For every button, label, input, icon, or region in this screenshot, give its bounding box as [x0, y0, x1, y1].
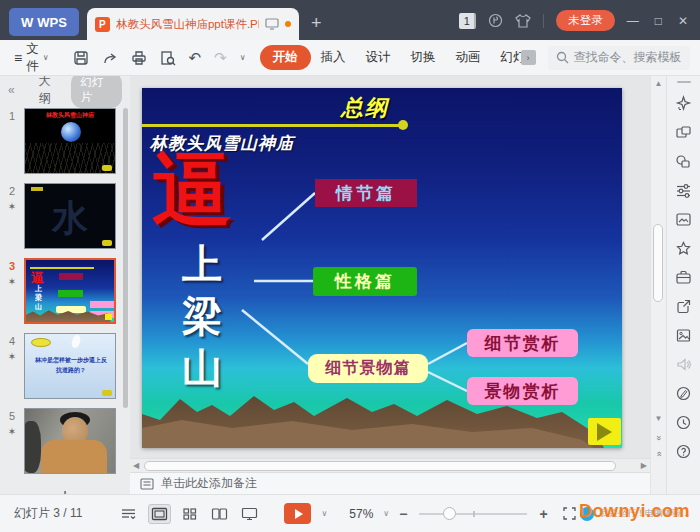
share-icon[interactable]	[675, 298, 692, 315]
titlebar: W WPS P 林教头风雪山神庙ppt课件.PPT + 1 未登录 —	[0, 0, 700, 40]
quickbar-more-icon[interactable]: ∨	[240, 53, 246, 62]
zoom-level[interactable]: 57%	[349, 507, 373, 521]
slideshow-view-button[interactable]	[239, 505, 260, 523]
tab-slideshow[interactable]: 幻灯片	[491, 46, 525, 69]
think-oval-graphic	[31, 338, 51, 347]
new-tab-button[interactable]: +	[311, 14, 322, 32]
thumb2-glyph: 水	[25, 194, 115, 243]
zoom-slider-handle[interactable]	[443, 507, 456, 520]
previous-slide-button[interactable]: »	[654, 430, 664, 445]
scroll-up-icon[interactable]: ▲	[651, 79, 666, 88]
normal-view-button[interactable]	[148, 504, 171, 524]
slide-3-editor[interactable]: 总纲 林教头风雪山神庙 逼 上梁山 情节篇 性格篇	[142, 88, 622, 448]
tab-transition[interactable]: 切换	[401, 46, 446, 69]
statusbar: 幻灯片 3 / 11 ∨ 57% ∨ −	[0, 494, 700, 532]
slide-thumbnail-3-selected[interactable]: 逼 上梁山	[24, 258, 116, 324]
vertical-scrollbar[interactable]: ▲ ▼ » »	[650, 76, 666, 494]
wps-logo: W	[21, 15, 32, 30]
notes-toggle-button[interactable]	[118, 505, 139, 523]
outline-tab[interactable]: 大纲	[39, 76, 61, 107]
thumb1-title: 林教头风雪山神庙	[25, 111, 115, 120]
document-tab[interactable]: P 林教头风雪山神庙ppt课件.PPT	[87, 8, 299, 40]
command-search-input[interactable]: 查找命令、搜索模板	[548, 46, 690, 70]
scroll-right-icon[interactable]: ▶	[641, 462, 647, 470]
hamburger-icon: ≡	[14, 50, 22, 66]
tab-design[interactable]: 设计	[356, 46, 401, 69]
reading-view-button[interactable]	[209, 505, 230, 523]
redo-button[interactable]: ↷	[214, 49, 227, 67]
detail-scene-box[interactable]: 细节景物篇	[308, 354, 428, 383]
character-box[interactable]: 性格篇	[313, 267, 417, 296]
resource-library-icon[interactable]	[675, 211, 692, 228]
file-menu[interactable]: ≡ 文件 ∨	[10, 41, 53, 75]
object-properties-icon[interactable]	[675, 182, 692, 199]
slide-sorter-view-button[interactable]	[180, 505, 200, 523]
collapse-panel-button[interactable]: «	[8, 83, 15, 97]
transition-panel-icon[interactable]	[675, 124, 692, 141]
horizontal-scrollbar[interactable]: ◀ ▶	[130, 458, 650, 472]
help-circle-icon[interactable]	[675, 443, 692, 460]
audio-icon[interactable]	[675, 356, 692, 373]
save-button[interactable]	[73, 50, 89, 66]
toolbox-icon[interactable]	[675, 269, 692, 286]
sidebar-scrollbar[interactable]	[123, 108, 128, 408]
zoom-out-button[interactable]: −	[399, 506, 407, 522]
shapes-panel-icon[interactable]	[675, 153, 692, 170]
slide-thumbnail-4[interactable]: 林冲是怎样被一步步逼上反抗道路的？	[24, 333, 116, 399]
slide-thumbnail-5[interactable]	[24, 408, 116, 474]
play-options-chevron-icon[interactable]: ∨	[321, 509, 327, 518]
zoom-slider[interactable]	[419, 513, 527, 515]
zoom-chevron-icon[interactable]: ∨	[383, 509, 389, 518]
search-placeholder: 查找命令、搜索模板	[574, 49, 682, 66]
export-button[interactable]	[102, 50, 118, 66]
scroll-left-icon[interactable]: ◀	[133, 462, 139, 470]
thumb-play-graphic	[102, 390, 112, 396]
notes-bar[interactable]: 单击此处添加备注	[130, 472, 650, 494]
tab-animation[interactable]: 动画	[446, 46, 491, 69]
tab-overflow-button[interactable]: ›	[521, 50, 536, 65]
slide-panel: « 大纲 幻灯片 1 林教头风雪山神庙	[0, 76, 130, 494]
next-slide-button[interactable]: »	[654, 448, 664, 463]
print-preview-button[interactable]	[160, 50, 176, 66]
maximize-button[interactable]: □	[655, 14, 662, 28]
notes-icon	[140, 478, 154, 490]
slide-thumbnail-1[interactable]: 林教头风雪山神庙	[24, 108, 116, 174]
login-button[interactable]: 未登录	[556, 10, 615, 31]
smart-design-icon[interactable]	[675, 95, 692, 112]
tab-home[interactable]: 开始	[260, 45, 311, 70]
thumb4-text: 林冲是怎样被一步步逼上反抗道路的？	[33, 356, 109, 375]
ppt-file-icon: P	[95, 17, 110, 32]
tab-insert[interactable]: 插入	[311, 46, 356, 69]
history-icon[interactable]	[675, 414, 692, 431]
unsaved-dot-icon	[285, 21, 291, 27]
promotion-icon[interactable]	[488, 13, 503, 28]
ink-annotate-icon[interactable]	[675, 385, 692, 402]
tab-count-badge[interactable]: 1	[459, 13, 476, 29]
scroll-down-icon[interactable]: ▼	[651, 414, 666, 423]
slide-play-button[interactable]	[588, 418, 621, 445]
figure-graphic	[71, 334, 82, 349]
print-button[interactable]	[131, 50, 147, 66]
animation-star-icon: ✶	[8, 201, 16, 212]
plot-box[interactable]: 情节篇	[315, 179, 417, 207]
present-monitor-icon[interactable]	[265, 18, 279, 30]
skin-icon[interactable]	[515, 14, 531, 28]
rail-collapse-handle[interactable]	[677, 81, 691, 83]
play-slideshow-button[interactable]	[284, 503, 311, 524]
vscroll-thumb[interactable]	[653, 224, 663, 302]
wps-home-tab[interactable]: W WPS	[9, 8, 79, 36]
mountains-graphic[interactable]	[142, 386, 622, 448]
fit-to-window-button[interactable]	[562, 506, 577, 521]
undo-button[interactable]: ↶	[189, 49, 202, 67]
minimize-button[interactable]: —	[627, 14, 639, 28]
slide-thumbnail-2[interactable]: 水	[24, 183, 116, 249]
add-slide-button[interactable]: +	[0, 483, 130, 494]
hscroll-thumb[interactable]	[144, 461, 616, 471]
right-toolbar	[666, 76, 700, 494]
close-button[interactable]: ✕	[678, 14, 688, 28]
divider	[543, 14, 544, 28]
favorites-star-icon[interactable]	[675, 240, 692, 257]
picture-icon[interactable]	[675, 327, 692, 344]
detail-review-box[interactable]: 细节赏析	[467, 329, 578, 357]
zoom-in-button[interactable]: +	[539, 506, 547, 522]
